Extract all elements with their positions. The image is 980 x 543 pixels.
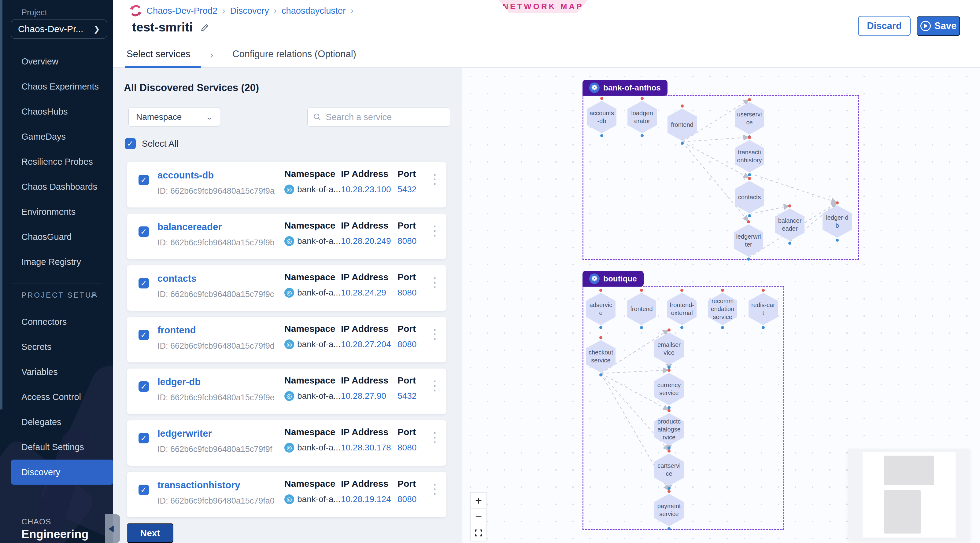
sidebar-item-chaos-dashboards[interactable]: Chaos Dashboards (0, 174, 113, 199)
sidebar-item-default-settings[interactable]: Default Settings (0, 435, 113, 460)
port-value[interactable]: 8080 (398, 494, 417, 504)
service-node-emailservice[interactable]: emailservice (654, 332, 684, 365)
service-node-ledger-db[interactable]: ledger-db (822, 205, 852, 238)
sidebar-item-environments[interactable]: Environments (0, 199, 113, 224)
service-node-cartservice[interactable]: cartservice (654, 454, 684, 486)
search-input[interactable] (326, 112, 444, 122)
breadcrumb-cluster[interactable]: chaosdaycluster (282, 6, 346, 16)
service-checkbox[interactable]: ✓ (138, 175, 149, 185)
next-button[interactable]: Next (127, 523, 173, 543)
namespace-value: ◎ bank-of-a... (284, 340, 340, 349)
service-node-redis-cart[interactable]: redis-cart (749, 293, 778, 325)
service-checkbox[interactable]: ✓ (138, 278, 149, 289)
sidebar-collapse-button[interactable] (105, 514, 120, 543)
cluster-badge: ☸bank-of-anthos (582, 80, 668, 96)
namespace-icon: ◎ (284, 494, 294, 504)
service-name-link[interactable]: accounts-db (158, 170, 214, 181)
zoom-out-button[interactable]: − (470, 508, 487, 525)
discard-button[interactable]: Discard (858, 16, 911, 36)
service-node-frontend-external[interactable]: frontend-external (667, 293, 697, 325)
service-node-adservice[interactable]: adservice (586, 293, 616, 325)
sidebar-item-secrets[interactable]: Secrets (0, 334, 113, 359)
zoom-in-button[interactable]: + (470, 492, 487, 509)
sidebar-item-gamedays[interactable]: GameDays (0, 124, 113, 149)
kebab-menu-icon[interactable]: ⋮ (428, 379, 442, 392)
breadcrumb-project[interactable]: Chaos-Dev-Prod2 (146, 6, 217, 16)
ip-value[interactable]: 10.28.24.29 (341, 288, 388, 298)
service-node-ledgerwriter[interactable]: ledgerwriter (734, 224, 763, 257)
sidebar-item-chaos-experiments[interactable]: Chaos Experiments (0, 74, 113, 99)
cluster-boutique[interactable]: ☸boutiqueadservicefrontendfrontend-exter… (582, 286, 784, 530)
service-node-frontend[interactable]: frontend (627, 293, 656, 325)
sidebar-item-discovery[interactable]: Discovery (11, 460, 113, 485)
sidebar-item-access-control[interactable]: Access Control (0, 384, 113, 410)
tab-configure-relations[interactable]: Configure relations (Optional) (232, 49, 356, 60)
service-node-recommendationservice[interactable]: recommendationservice (708, 293, 737, 325)
column-header-port: Port (398, 375, 417, 386)
service-node-balancereader[interactable]: balancereader (775, 208, 805, 241)
kebab-menu-icon[interactable]: ⋮ (428, 224, 442, 237)
sidebar-item-chaoshubs[interactable]: ChaosHubs (0, 99, 113, 124)
breadcrumb-discovery[interactable]: Discovery (230, 6, 269, 16)
port-value[interactable]: 8080 (398, 236, 417, 246)
service-node-contacts[interactable]: contacts (735, 181, 764, 213)
service-name-link[interactable]: balancereader (158, 222, 222, 233)
service-node-currencyservice[interactable]: currencyservice (654, 373, 684, 405)
port-value[interactable]: 8080 (398, 288, 417, 298)
sidebar-item-chaosguard[interactable]: ChaosGuard (0, 224, 113, 249)
column-header-namespace: Namespace (284, 169, 340, 179)
service-node-paymentservice[interactable]: paymentservice (654, 494, 684, 526)
namespace-filter-dropdown[interactable]: Namespace ⌄ (129, 108, 220, 127)
tab-select-services[interactable]: Select services (127, 49, 190, 60)
service-checkbox[interactable]: ✓ (138, 433, 149, 443)
service-name-link[interactable]: frontend (158, 325, 196, 336)
port-value[interactable]: 5432 (398, 184, 417, 194)
select-all-checkbox[interactable]: ✓ (125, 138, 136, 149)
sidebar-nav: OverviewChaos ExperimentsChaosHubsGameDa… (0, 49, 113, 275)
sidebar-item-delegates[interactable]: Delegates (0, 410, 113, 435)
port-value[interactable]: 5432 (398, 391, 417, 401)
cluster-bank-of-anthos[interactable]: ☸bank-of-anthosaccounts-dbloadgeneratorf… (582, 95, 859, 260)
ip-value[interactable]: 10.28.20.249 (341, 236, 391, 246)
project-selector[interactable]: Chaos-Dev-Pr... ❯ (11, 19, 107, 38)
kebab-menu-icon[interactable]: ⋮ (428, 482, 442, 495)
service-name-link[interactable]: ledgerwriter (158, 428, 212, 439)
port-value[interactable]: 8080 (398, 443, 417, 452)
ip-value[interactable]: 10.28.23.100 (341, 184, 391, 194)
sidebar-item-connectors[interactable]: Connectors (0, 309, 113, 334)
ip-value[interactable]: 10.28.27.204 (341, 340, 391, 349)
save-button[interactable]: Save (917, 16, 960, 36)
service-name-link[interactable]: ledger-db (158, 376, 200, 387)
service-name-link[interactable]: transactionhistory (158, 480, 240, 491)
sidebar-item-overview[interactable]: Overview (0, 49, 113, 74)
service-node-productcatalogservice[interactable]: productcatalogservice (654, 413, 684, 446)
service-node-accounts-db[interactable]: accounts-db (587, 101, 616, 133)
network-map-canvas[interactable]: +− ☸bank-of-anthosaccounts-dbloadgenerat… (462, 68, 980, 543)
ip-value[interactable]: 10.28.27.90 (341, 391, 388, 401)
inbound-port-dot (668, 369, 671, 372)
kebab-menu-icon[interactable]: ⋮ (428, 430, 442, 444)
ip-value[interactable]: 10.28.30.178 (341, 443, 391, 452)
sidebar-item-resilience-probes[interactable]: Resilience Probes (0, 149, 113, 174)
edit-pencil-icon[interactable] (200, 22, 210, 32)
service-node-userservice[interactable]: userservice (735, 102, 764, 135)
service-node-frontend[interactable]: frontend (668, 108, 697, 141)
kebab-menu-icon[interactable]: ⋮ (428, 172, 442, 186)
port-value[interactable]: 8080 (398, 340, 417, 349)
service-node-loadgenerator[interactable]: loadgenerator (627, 101, 657, 133)
sidebar-item-variables[interactable]: Variables (0, 359, 113, 384)
service-checkbox[interactable]: ✓ (138, 330, 149, 340)
sidebar-item-image-registry[interactable]: Image Registry (0, 249, 113, 275)
kebab-menu-icon[interactable]: ⋮ (428, 276, 442, 289)
fullscreen-button[interactable] (470, 525, 487, 541)
kebab-menu-icon[interactable]: ⋮ (428, 327, 442, 341)
ip-value[interactable]: 10.28.19.124 (341, 494, 391, 504)
service-checkbox[interactable]: ✓ (138, 226, 149, 237)
inbound-port-dot (640, 289, 643, 292)
service-node-transactionhistory[interactable]: transactionhistory (735, 140, 764, 172)
service-node-checkoutservice[interactable]: checkoutservice (586, 340, 616, 373)
service-checkbox[interactable]: ✓ (138, 381, 149, 392)
node-label: loadgenerator (627, 101, 657, 133)
service-checkbox[interactable]: ✓ (138, 485, 149, 495)
service-name-link[interactable]: contacts (158, 273, 196, 284)
